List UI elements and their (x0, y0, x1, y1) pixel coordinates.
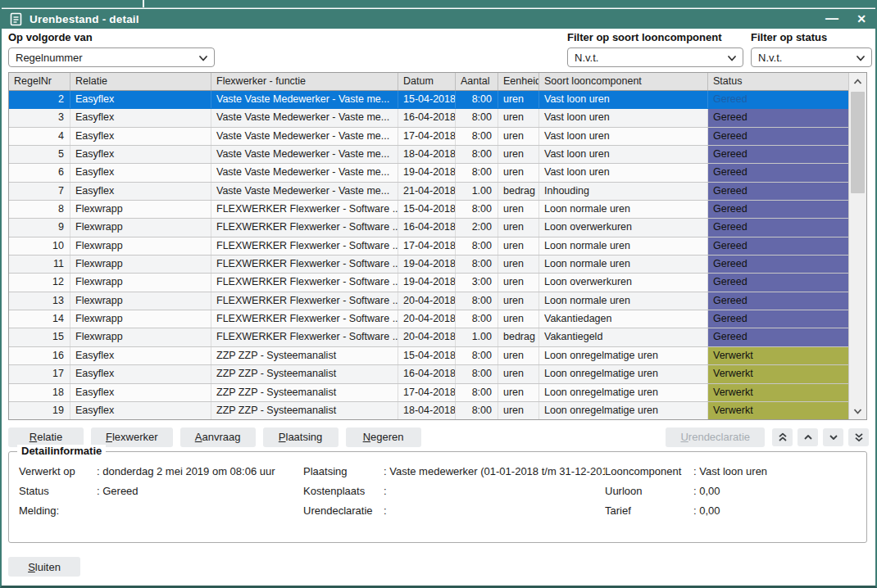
looncomponent-filter-dropdown[interactable]: N.v.t. (567, 47, 743, 67)
detail-label: Status (19, 485, 97, 497)
negeren-button[interactable]: Negeren (346, 427, 421, 447)
window-top-edge (0, 0, 877, 8)
cell-flexwerker: Vaste Vaste Medewerker - Vaste me... (211, 109, 398, 126)
flexwerker-button[interactable]: Flexwerker (91, 427, 173, 447)
cell-regelnr: 3 (9, 109, 70, 126)
aanvraag-button[interactable]: Aanvraag (180, 427, 256, 447)
cell-looncomponent: Vast loon uren (539, 91, 708, 108)
cell-relatie: Easyflex (70, 128, 211, 145)
table-row[interactable]: 6 Easyflex Vaste Vaste Medewerker - Vast… (9, 164, 848, 182)
cell-eenheid: uren (498, 402, 539, 419)
move-bottom-button[interactable] (848, 428, 869, 446)
detail-label: Verwerkt op (19, 465, 97, 477)
cell-flexwerker: Vaste Vaste Medewerker - Vaste me... (211, 183, 398, 200)
detail-label: Looncomponent (605, 465, 693, 477)
cell-aantal: 8:00 (456, 384, 498, 401)
column-header-looncomponent[interactable]: Soort looncomponent (539, 73, 708, 90)
double-chevron-down-icon (854, 432, 864, 442)
table-row[interactable]: 2 Easyflex Vaste Vaste Medewerker - Vast… (9, 91, 848, 109)
cell-aantal: 8:00 (456, 237, 498, 255)
table-row[interactable]: 18 Easyflex ZZP ZZP - Systeemanalist 17-… (9, 384, 848, 402)
table-row[interactable]: 7 Easyflex Vaste Vaste Medewerker - Vast… (9, 183, 848, 201)
column-header-flexwerker[interactable]: Flexwerker - functie (211, 73, 398, 90)
cell-datum: 16-04-2018 (398, 109, 456, 126)
table-row[interactable]: 4 Easyflex Vaste Vaste Medewerker - Vast… (9, 128, 848, 146)
cell-relatie: Flexwrapp (70, 274, 211, 291)
cell-relatie: Flexwrapp (70, 237, 211, 255)
cell-flexwerker: ZZP ZZP - Systeemanalist (211, 384, 398, 401)
cell-looncomponent: Loon normale uren (539, 201, 708, 218)
cell-datum: 21-04-2018 (398, 183, 456, 200)
background-window-tick (143, 0, 144, 7)
cell-looncomponent: Loon normale uren (539, 237, 708, 255)
close-button[interactable]: ✕ (852, 11, 870, 27)
column-header-datum[interactable]: Datum (398, 73, 456, 90)
urendeclaratie-button[interactable]: Urendeclaratie (666, 427, 765, 447)
status-badge: Gereed (708, 164, 848, 181)
cell-datum: 19-04-2018 (398, 164, 456, 181)
table-row[interactable]: 12 Flexwrapp FLEXWERKER Flexwerker - Sof… (9, 274, 848, 292)
column-header-relatie[interactable]: Relatie (70, 73, 211, 90)
cell-datum: 16-04-2018 (398, 219, 456, 236)
relatie-button[interactable]: Relatie (8, 427, 84, 447)
table-row[interactable]: 5 Easyflex Vaste Vaste Medewerker - Vast… (9, 146, 848, 164)
cell-datum: 15-04-2018 (398, 201, 456, 218)
table-row[interactable]: 9 Flexwrapp FLEXWERKER Flexwerker - Soft… (9, 219, 848, 237)
column-header-regelnr[interactable]: RegelNr (9, 73, 70, 90)
move-down-button[interactable] (823, 428, 843, 446)
cell-flexwerker: FLEXWERKER Flexwerker - Software ... (211, 256, 398, 273)
cell-regelnr: 6 (9, 164, 70, 181)
detail-label: Tarief (605, 504, 693, 517)
cell-regelnr: 11 (9, 256, 70, 273)
detail-panel: Detailinformatie Verwerkt op : donderdag… (8, 451, 867, 543)
cell-aantal: 8:00 (456, 164, 498, 181)
cell-eenheid: uren (498, 347, 539, 364)
minimize-button[interactable]: — (823, 11, 841, 27)
move-top-button[interactable] (772, 428, 793, 446)
cell-aantal: 8:00 (456, 91, 498, 108)
scrollbar-thumb[interactable] (851, 92, 865, 193)
table-row[interactable]: 10 Flexwrapp FLEXWERKER Flexwerker - Sof… (9, 237, 848, 256)
table-row[interactable]: 3 Easyflex Vaste Vaste Medewerker - Vast… (9, 109, 848, 127)
table-row[interactable]: 16 Easyflex ZZP ZZP - Systeemanalist 15-… (9, 347, 848, 365)
cell-relatie: Flexwrapp (70, 310, 211, 328)
status-badge: Gereed (708, 183, 848, 200)
cell-relatie: Easyflex (70, 164, 211, 181)
cell-relatie: Flexwrapp (70, 328, 211, 346)
status-badge: Gereed (708, 292, 848, 310)
status-badge: Gereed (708, 91, 848, 108)
cell-flexwerker: Vaste Vaste Medewerker - Vaste me... (211, 91, 398, 108)
status-badge: Verwerkt (708, 402, 848, 419)
table-row[interactable]: 8 Flexwrapp FLEXWERKER Flexwerker - Soft… (9, 201, 848, 219)
cell-eenheid: uren (498, 237, 539, 255)
status-badge: Verwerkt (708, 365, 848, 382)
table-row[interactable]: 14 Flexwrapp FLEXWERKER Flexwerker - Sof… (9, 310, 848, 328)
table-row[interactable]: 19 Easyflex ZZP ZZP - Systeemanalist 18-… (9, 402, 848, 419)
table-row[interactable]: 17 Easyflex ZZP ZZP - Systeemanalist 16-… (9, 365, 848, 383)
cell-looncomponent: Loon overwerkuren (539, 274, 708, 291)
scroll-down-icon[interactable] (849, 402, 866, 419)
move-up-button[interactable] (797, 428, 818, 446)
cell-looncomponent: Loon onregelmatige uren (539, 402, 708, 419)
table-row[interactable]: 15 Flexwrapp FLEXWERKER Flexwerker - Sof… (9, 328, 848, 346)
cell-aantal: 8:00 (456, 109, 498, 126)
looncomponent-filter-value: N.v.t. (575, 52, 598, 64)
column-header-aantal[interactable]: Aantal (456, 73, 498, 90)
cell-eenheid: bedrag (498, 328, 539, 346)
status-badge: Gereed (708, 146, 848, 163)
document-icon (10, 12, 22, 26)
detail-legend: Detailinformatie (17, 445, 106, 457)
column-header-eenheid[interactable]: Eenheid (498, 73, 539, 90)
plaatsing-button[interactable]: Plaatsing (263, 427, 339, 447)
table-row[interactable]: 11 Flexwrapp FLEXWERKER Flexwerker - Sof… (9, 256, 848, 274)
status-filter-dropdown[interactable]: N.v.t. (751, 47, 872, 67)
cell-eenheid: uren (498, 128, 539, 145)
table-row[interactable]: 13 Flexwrapp FLEXWERKER Flexwerker - Sof… (9, 292, 848, 310)
column-header-status[interactable]: Status (708, 73, 848, 90)
sort-dropdown[interactable]: Regelnummer (8, 47, 215, 67)
sluiten-button[interactable]: Sluiten (8, 557, 80, 577)
cell-flexwerker: Vaste Vaste Medewerker - Vaste me... (211, 128, 398, 145)
vertical-scrollbar[interactable] (848, 73, 866, 419)
scroll-up-icon[interactable] (849, 73, 866, 90)
double-chevron-up-icon (778, 432, 788, 442)
